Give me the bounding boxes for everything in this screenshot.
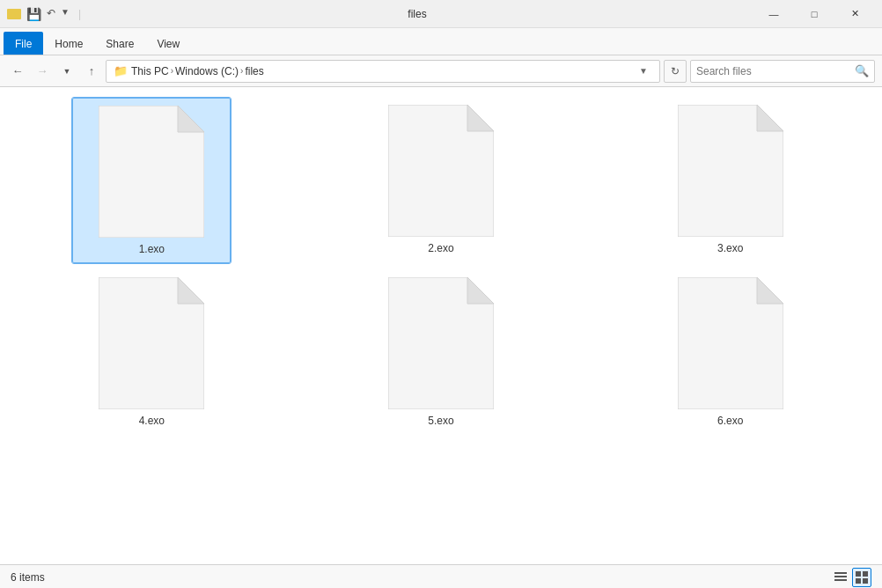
window-controls: — □ ✕	[753, 0, 875, 28]
svg-rect-14	[834, 579, 847, 581]
address-folder-icon: 📁	[114, 64, 128, 77]
svg-marker-3	[467, 105, 494, 131]
svg-marker-9	[467, 277, 494, 304]
close-button[interactable]: ✕	[834, 0, 875, 28]
file-grid: 1.exo 2.exo 3.exo	[0, 87, 882, 564]
svg-marker-11	[757, 277, 783, 304]
file-icon-6	[678, 277, 783, 409]
maximize-button[interactable]: □	[794, 0, 834, 28]
file-name-4: 4.exo	[139, 415, 165, 427]
back-button[interactable]: ←	[7, 61, 28, 82]
file-name-1: 1.exo	[139, 243, 165, 255]
ribbon-tabs: File Home Share View	[0, 28, 882, 55]
file-item-1[interactable]: 1.exo	[72, 98, 231, 263]
search-icon: 🔍	[855, 64, 869, 77]
tab-share[interactable]: Share	[94, 32, 145, 55]
file-item-6[interactable]: 6.exo	[651, 270, 810, 434]
minimize-button[interactable]: —	[753, 0, 794, 28]
status-bar: 6 items	[0, 564, 882, 588]
tab-view[interactable]: View	[145, 32, 191, 55]
tab-home[interactable]: Home	[43, 32, 94, 55]
status-item-count: 6 items	[11, 571, 45, 584]
file-name-3: 3.exo	[717, 242, 743, 254]
dropdown-icon: ▼	[61, 7, 70, 21]
svg-marker-1	[178, 106, 204, 132]
ribbon: File Home Share View	[0, 28, 882, 55]
address-dropdown-button[interactable]: ▼	[635, 62, 652, 80]
file-icon-4	[99, 277, 204, 409]
file-icon-2	[388, 105, 494, 237]
titlebar-folder-icon	[7, 9, 21, 19]
file-item-2[interactable]: 2.exo	[362, 98, 520, 263]
tab-file[interactable]: File	[4, 32, 43, 55]
file-name-6: 6.exo	[717, 415, 743, 427]
quick-access-icons: 💾 ↶ ▼	[26, 7, 70, 21]
file-name-2: 2.exo	[428, 242, 453, 254]
file-icon-3	[678, 105, 783, 237]
title-bar-title: files	[86, 8, 748, 20]
breadcrumb-windows-c[interactable]: Windows (C:)	[175, 65, 239, 77]
title-bar-divider: |	[78, 8, 81, 20]
title-bar: 💾 ↶ ▼ | files — □ ✕	[0, 0, 882, 28]
content-area: 1.exo 2.exo 3.exo	[0, 87, 882, 564]
file-item-5[interactable]: 5.exo	[362, 270, 520, 434]
breadcrumb-this-pc[interactable]: This PC	[131, 65, 169, 77]
view-controls	[831, 568, 871, 587]
file-item-4[interactable]: 4.exo	[72, 270, 231, 434]
file-icon-1	[99, 106, 204, 238]
search-bar[interactable]: 🔍	[690, 60, 875, 83]
search-input[interactable]	[696, 65, 851, 77]
breadcrumb-files[interactable]: files	[245, 65, 263, 77]
svg-rect-16	[863, 571, 868, 577]
refresh-button[interactable]: ↻	[664, 60, 687, 83]
svg-rect-15	[856, 571, 861, 577]
svg-rect-12	[834, 572, 847, 574]
file-name-5: 5.exo	[428, 415, 453, 427]
breadcrumb: This PC › Windows (C:) › files	[131, 65, 264, 77]
up-button[interactable]: ↑	[81, 61, 102, 82]
forward-button[interactable]: →	[32, 61, 53, 82]
file-item-3[interactable]: 3.exo	[651, 98, 810, 263]
save-icon: 💾	[26, 7, 41, 21]
nav-bar: ← → ▼ ↑ 📁 This PC › Windows (C:) › files…	[0, 55, 882, 87]
file-icon-5	[388, 277, 494, 409]
undo-icon: ↶	[47, 7, 55, 21]
svg-rect-17	[856, 578, 861, 584]
breadcrumb-sep-2: ›	[240, 66, 243, 76]
recent-locations-button[interactable]: ▼	[56, 61, 77, 82]
breadcrumb-sep-1: ›	[171, 66, 173, 76]
svg-rect-18	[863, 578, 868, 584]
svg-marker-5	[757, 105, 783, 131]
svg-marker-7	[178, 277, 204, 304]
large-icons-view-button[interactable]	[852, 568, 871, 587]
svg-rect-13	[834, 576, 847, 577]
details-view-button[interactable]	[831, 568, 850, 587]
address-bar[interactable]: 📁 This PC › Windows (C:) › files ▼	[106, 60, 660, 83]
